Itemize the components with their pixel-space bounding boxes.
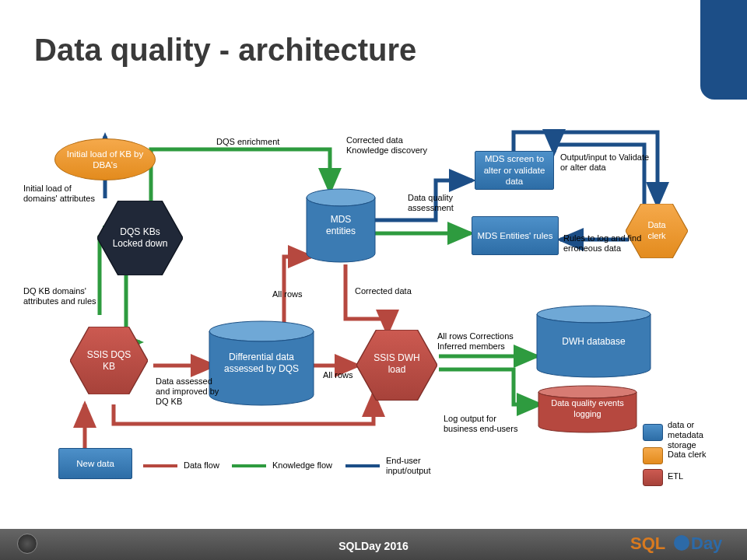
ann-all-rows-corrections: All rows Corrections Inferred members [437,331,521,352]
legend-line-navy [345,464,380,467]
legend-end-user: End-user input/output [386,456,448,476]
label: SSIS DQS KB [75,349,143,373]
legend-line-red [143,464,177,467]
label: DQS KBs Locked down [102,226,178,250]
ann-initial-load-domains: Initial load of domains' attributes [23,184,103,204]
legend-box-red [643,469,663,486]
ann-all-rows-1: All rows [272,289,303,299]
label: MDS screen to alter or validate data [480,153,549,187]
ann-dq-kb-domains: DQ KB domains' attributes and rules [23,286,101,306]
legend-box-orange [643,447,663,464]
ann-output-input: Output/input to Validate or alter data [560,152,654,173]
label: MDS entities [310,214,372,237]
label: SSIS DWH load [361,352,433,376]
ann-corrected-data: Corrected data [355,286,412,296]
node-initial-load: Initial load of KB by DBA's [54,138,156,180]
label: Data clerk [630,220,683,242]
label: Initial load of KB by DBA's [60,149,150,171]
node-dwh-database: DWH database [535,305,652,378]
label: New data [76,458,114,469]
ann-dq-assessment: Data quality assessment [408,193,470,213]
node-dqs-kbs: DQS KBs Locked down [97,201,183,275]
legend-data-storage: data or metadata storage [668,420,724,451]
legend-data-flow: Data flow [184,460,219,471]
ann-corrected-discovery: Corrected data Knowledge discovery [346,135,440,156]
ann-dqs-enrichment: DQS enrichment [216,137,279,147]
node-mds-rules: MDS Entities' rules [472,216,559,255]
legend-line-green [232,464,266,467]
node-ssis-dqs-kb: SSIS DQS KB [70,327,148,395]
legend-knowledge-flow: Knowledge flow [272,460,332,471]
ann-log-output: Log output for business end-users [444,414,521,434]
node-mds-entities: MDS entities [305,188,377,263]
legend-etl: ETL [668,471,683,481]
ann-all-rows-2: All rows [323,370,354,380]
label: DWH database [556,336,631,348]
legend-box-blue [643,424,663,441]
node-new-data: New data [58,448,132,479]
ann-data-assessed: Data assessed and improved by DQ KB [156,376,226,408]
legend-data-clerk: Data clerk [668,450,707,460]
label: Data quality events logging [542,398,633,420]
node-ssis-dwh-load: SSIS DWH load [356,330,437,398]
node-mds-screen: MDS screen to alter or validate data [475,151,554,190]
node-dq-events: Data quality events logging [537,385,638,433]
label: MDS Entities' rules [478,230,553,241]
label: Differential data assessed by DQS [212,352,310,375]
